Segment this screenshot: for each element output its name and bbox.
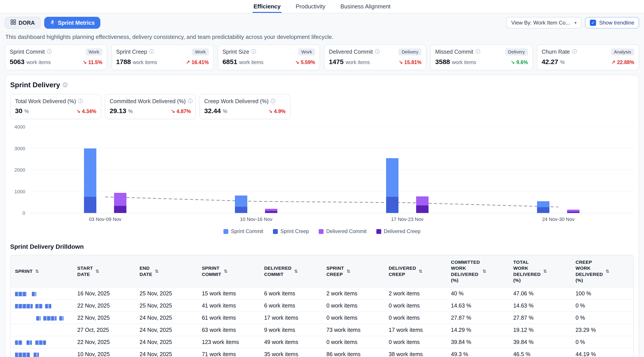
legend-item-sprint-commit[interactable]: Sprint Commit <box>224 228 263 234</box>
table-row[interactable]: 27 Oct, 202524 Nov, 202563 work items9 w… <box>10 324 634 336</box>
cell-total-work-delivered: 19.12 % <box>509 324 571 336</box>
bar-sprint-creep[interactable] <box>386 197 398 213</box>
trend-arrow-icon: ↘ <box>295 59 299 65</box>
cell-end-date: 24 Nov, 2025 <box>135 324 198 336</box>
bar-sprint-commit[interactable] <box>235 196 247 213</box>
info-icon[interactable]: ⓘ <box>375 48 380 55</box>
sort-icon[interactable]: ⇅ <box>35 269 39 274</box>
table-row[interactable]: 16 Nov, 202525 Nov, 202515 work items6 w… <box>10 287 634 300</box>
metric-trend: ↘ 4.9% <box>268 108 286 114</box>
bar-sprint-commit[interactable] <box>84 148 96 213</box>
info-icon[interactable]: ⓘ <box>271 98 276 104</box>
dora-button[interactable]: DORA <box>5 17 41 29</box>
metric-trend: ↘ 9.6% <box>511 59 528 65</box>
cell-total-work-delivered: 46.5 % <box>509 348 571 357</box>
bar-sprint-creep[interactable] <box>84 197 96 213</box>
cell-delivered-commit: 9 work items <box>260 324 322 336</box>
bar-delivered-creep[interactable] <box>567 212 580 213</box>
cell-committed-work-delivered: 14.63 % <box>447 300 509 312</box>
runner-icon <box>50 19 55 26</box>
column-label: DELIVERED CREEP <box>389 265 416 277</box>
sort-icon[interactable]: ⇅ <box>155 269 159 274</box>
info-icon[interactable]: ⓘ <box>78 98 83 104</box>
tab-business-alignment[interactable]: Business Alignment <box>340 0 392 13</box>
sort-icon[interactable]: ⇅ <box>483 269 486 274</box>
metric-trend: ↘ 4.34% <box>76 108 96 114</box>
dashboard-page: EfficiencyProductivityBusiness Alignment… <box>0 0 644 357</box>
sort-icon[interactable]: ⇅ <box>294 269 298 274</box>
legend-item-delivered-commit[interactable]: Delivered Commit <box>319 228 367 234</box>
bar-delivered-commit[interactable] <box>567 210 580 213</box>
table-row[interactable]: 22 Nov, 202525 Nov, 202541 work items6 w… <box>10 300 634 312</box>
tab-efficiency[interactable]: Efficiency <box>252 0 282 13</box>
bar-sprint-creep[interactable] <box>235 207 247 213</box>
legend-swatch <box>319 229 324 234</box>
cell-start-date: 22 Nov, 2025 <box>73 300 135 312</box>
cell-sprint <box>10 324 73 336</box>
cell-start-date: 22 Nov, 2025 <box>73 336 135 348</box>
legend-label: Sprint Commit <box>231 228 263 234</box>
bar-sprint-creep[interactable] <box>537 207 550 213</box>
drilldown-table-wrap: SPRINT⇅START DATE⇅END DATE⇅SPRINT COMMIT… <box>10 255 634 357</box>
cell-start-date: 22 Nov, 2025 <box>73 312 135 324</box>
info-icon[interactable]: ⓘ <box>188 98 193 104</box>
info-icon[interactable]: ⓘ <box>63 82 68 88</box>
column-header-total-work-delivered: TOTAL WORK DELIVERED (%)⇅ <box>509 255 571 287</box>
bar-sprint-commit[interactable] <box>386 158 398 213</box>
sort-icon[interactable]: ⇅ <box>96 269 99 274</box>
table-row[interactable]: 22 Nov, 202524 Nov, 202561 work items17 … <box>10 312 634 324</box>
show-trendline-toggle[interactable]: ✓ Show trendline <box>585 17 639 28</box>
metric-card-sprint-creep: Sprint Creepⓘ Work 1788 work items ↗ 16.… <box>111 44 214 70</box>
cell-delivered-creep: 0 work items <box>384 300 447 312</box>
metric-trend: ↘ 5.59% <box>295 59 315 65</box>
cell-committed-work-delivered: 40 % <box>447 287 509 300</box>
sort-icon[interactable]: ⇅ <box>224 269 228 274</box>
view-by-dropdown[interactable]: View By: Work Item Co... ▾ <box>506 17 582 28</box>
sort-icon[interactable]: ⇅ <box>419 269 422 274</box>
sprint-metrics-button[interactable]: Sprint Metrics <box>44 17 100 29</box>
info-icon[interactable]: ⓘ <box>252 48 256 55</box>
cell-start-date: 10 Nov, 2025 <box>73 348 135 357</box>
metric-trend: ↗ 22.88% <box>611 59 634 65</box>
metric-title: Committed Work Delivered (%)ⓘ <box>110 98 193 104</box>
trendline-checkbox[interactable]: ✓ <box>590 20 596 26</box>
sort-icon[interactable]: ⇅ <box>347 269 350 274</box>
metric-card-sprint-commit: Sprint Commitⓘ Work 5063 work items ↘ 11… <box>5 44 107 70</box>
info-icon[interactable]: ⓘ <box>476 48 480 55</box>
info-icon[interactable]: ⓘ <box>572 48 577 55</box>
sort-icon[interactable]: ⇅ <box>606 269 609 274</box>
bar-delivered-commit[interactable] <box>416 196 428 213</box>
cell-sprint <box>10 336 73 348</box>
column-header-delivered-commit: DELIVERED COMMIT⇅ <box>260 255 322 287</box>
tab-productivity[interactable]: Productivity <box>295 0 326 13</box>
info-icon[interactable]: ⓘ <box>150 48 154 55</box>
bar-delivered-creep[interactable] <box>416 205 428 213</box>
bar-delivered-commit[interactable] <box>265 209 277 213</box>
table-row[interactable]: 22 Nov, 202524 Nov, 2025123 work items49… <box>10 336 634 348</box>
legend-item-delivered-creep[interactable]: Delivered Creep <box>376 228 420 234</box>
table-row[interactable]: 10 Nov, 202524 Nov, 202571 work items35 … <box>10 348 634 357</box>
legend-item-sprint-creep[interactable]: Sprint Creep <box>273 228 309 234</box>
bar-delivered-commit[interactable] <box>114 193 126 213</box>
bar-delivered-creep[interactable] <box>265 211 277 213</box>
cell-sprint <box>10 300 73 312</box>
chart-y-axis: 01000200030004000 <box>10 127 30 213</box>
trend-arrow-icon: ↘ <box>268 108 272 114</box>
redacted-sprint-name <box>26 341 32 345</box>
column-label: START DATE <box>77 265 93 277</box>
redacted-sprint-name <box>45 304 51 308</box>
redacted-sprint-name <box>35 304 42 308</box>
cell-sprint-commit: 63 work items <box>197 324 260 336</box>
column-label: SPRINT <box>15 268 33 274</box>
cell-end-date: 25 Nov, 2025 <box>135 287 198 300</box>
y-axis-tick: 4000 <box>14 124 25 130</box>
redacted-sprint-name <box>15 292 26 296</box>
bar-delivered-creep[interactable] <box>114 206 126 213</box>
metric-value: 42.27 % <box>542 58 565 66</box>
metric-trend: ↗ 16.41% <box>186 59 209 65</box>
info-icon[interactable]: ⓘ <box>47 48 52 55</box>
sort-icon[interactable]: ⇅ <box>543 269 547 274</box>
metric-card-missed-commit: Missed Commitⓘ Delivery 3588 work items … <box>430 44 532 70</box>
bar-sprint-commit[interactable] <box>537 201 550 213</box>
cell-committed-work-delivered: 27.87 % <box>447 312 509 324</box>
